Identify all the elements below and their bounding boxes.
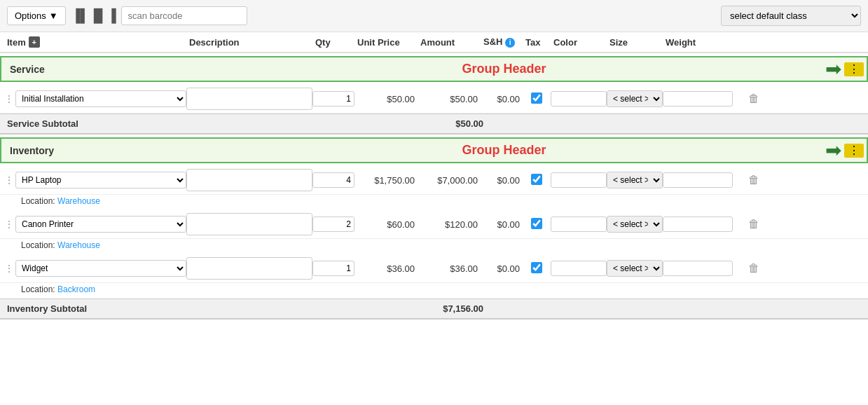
location-label: Location: bbox=[21, 284, 57, 294]
color-input-1-0[interactable] bbox=[551, 172, 607, 188]
group-header-inventory: Inventory Group Header ➡ ⋮ bbox=[0, 137, 868, 163]
size-select-0-0[interactable]: < select > bbox=[607, 90, 663, 107]
subtotal-price-spacer-service bbox=[357, 118, 420, 129]
qty-input-0-0[interactable] bbox=[312, 91, 354, 107]
weight-input-1-2[interactable] bbox=[663, 261, 733, 276]
subtotal-amount-inventory: $7,156.00 bbox=[420, 303, 483, 314]
weight-input-0-0[interactable] bbox=[663, 91, 733, 107]
item-dropdown-1-1[interactable]: Canon Printer bbox=[15, 216, 186, 233]
group-title-inventory: Group Header bbox=[184, 143, 825, 158]
drag-handle[interactable]: ⋮ bbox=[4, 93, 15, 104]
scan-barcode-input[interactable] bbox=[121, 6, 247, 25]
desc-textarea-1-2[interactable] bbox=[186, 257, 312, 280]
location-row-1-0: Location: Warehouse bbox=[0, 195, 868, 210]
desc-textarea-0-0[interactable] bbox=[186, 88, 312, 110]
location-link-1-2[interactable]: Backroom bbox=[57, 284, 95, 294]
group-title-service: Group Header bbox=[184, 62, 825, 76]
drag-handle[interactable]: ⋮ bbox=[4, 174, 15, 186]
tax-checkbox-1-0[interactable] bbox=[531, 174, 542, 185]
col-item: Item + bbox=[7, 36, 189, 48]
desc-textarea-1-0[interactable] bbox=[186, 169, 312, 191]
col-sh-label: S&H bbox=[483, 36, 502, 47]
item-select-1-1: Canon Printer bbox=[15, 216, 186, 233]
item-row-1-2: ⋮ Widget $36.00 $36.00 $0.00 < select > … bbox=[0, 254, 868, 283]
delete-item-button-1-2[interactable]: 🗑 bbox=[733, 262, 775, 275]
color-input-0-0[interactable] bbox=[551, 91, 607, 107]
location-link-1-0[interactable]: Warehouse bbox=[57, 196, 100, 206]
size-select-1-1[interactable]: < select > bbox=[607, 216, 663, 233]
subtotal-label-inventory: Inventory Subtotal bbox=[7, 303, 189, 314]
weight-input-1-1[interactable] bbox=[663, 217, 733, 232]
location-label: Location: bbox=[21, 240, 57, 250]
group-actions-inventory: ➡ ⋮ bbox=[825, 139, 867, 162]
select-default-class[interactable]: select default class bbox=[721, 6, 861, 26]
tax-checkbox-0-0[interactable] bbox=[531, 92, 542, 104]
col-tax: Tax bbox=[525, 37, 553, 48]
unit-price-1-0: $1,750.00 bbox=[354, 175, 418, 186]
sh-info-icon[interactable]: i bbox=[505, 38, 515, 48]
add-item-icon[interactable]: + bbox=[29, 36, 40, 48]
col-description: Description bbox=[189, 37, 315, 48]
item-dropdown-1-2[interactable]: Widget bbox=[15, 260, 186, 277]
subtotal-price-spacer-inventory bbox=[357, 303, 420, 314]
color-input-1-2[interactable] bbox=[551, 261, 607, 276]
subtotal-qty-spacer-service bbox=[315, 118, 357, 129]
col-color: Color bbox=[553, 37, 609, 48]
location-row-1-1: Location: Warehouse bbox=[0, 239, 868, 254]
delete-item-button-0-0[interactable]: 🗑 bbox=[733, 92, 775, 105]
sh-0-0: $0.00 bbox=[481, 94, 523, 104]
subtotal-qty-spacer-inventory bbox=[315, 303, 357, 314]
col-item-label: Item bbox=[7, 37, 26, 48]
weight-input-1-0[interactable] bbox=[663, 172, 733, 188]
tax-checkbox-1-1[interactable] bbox=[531, 218, 542, 229]
qty-input-1-0[interactable] bbox=[312, 172, 354, 188]
col-amount: Amount bbox=[420, 37, 483, 48]
tax-checkbox-cell-1-0 bbox=[523, 174, 551, 187]
unit-price-1-2: $36.00 bbox=[354, 263, 418, 274]
tax-checkbox-1-2[interactable] bbox=[531, 262, 542, 273]
item-dropdown-0-0[interactable]: Initial Installation bbox=[15, 90, 186, 107]
subtotal-spacer-inventory bbox=[189, 303, 315, 314]
item-select-1-2: Widget bbox=[15, 260, 186, 277]
sh-1-2: $0.00 bbox=[481, 263, 523, 274]
group-dots-button-service[interactable]: ⋮ bbox=[844, 62, 864, 76]
group-arrow-icon-service: ➡ bbox=[825, 57, 841, 81]
col-sh: S&H i bbox=[483, 36, 525, 48]
item-dropdown-1-0[interactable]: HP Laptop bbox=[15, 172, 186, 188]
desc-textarea-1-1[interactable] bbox=[186, 213, 312, 235]
options-button[interactable]: Options ▼ bbox=[7, 6, 66, 25]
group-label-inventory: Inventory bbox=[1, 139, 184, 162]
group-dots-button-inventory[interactable]: ⋮ bbox=[844, 144, 864, 158]
drag-handle[interactable]: ⋮ bbox=[4, 219, 15, 230]
unit-price-1-1: $60.00 bbox=[354, 219, 418, 230]
subtotal-row-inventory: Inventory Subtotal $7,156.00 bbox=[0, 298, 868, 320]
amount-1-0: $7,000.00 bbox=[418, 175, 481, 186]
item-row-1-1: ⋮ Canon Printer $60.00 $120.00 $0.00 < s… bbox=[0, 210, 868, 239]
sh-1-1: $0.00 bbox=[481, 219, 523, 230]
subtotal-label-service: Service Subtotal bbox=[7, 118, 189, 129]
subtotal-spacer-service bbox=[189, 118, 315, 129]
size-select-1-0[interactable]: < select > bbox=[607, 172, 663, 188]
color-input-1-1[interactable] bbox=[551, 217, 607, 232]
table-wrapper: Item + Description Qty Unit Price Amount… bbox=[0, 32, 868, 320]
location-link-1-1[interactable]: Warehouse bbox=[57, 240, 100, 250]
group-header-service: Service Group Header ➡ ⋮ bbox=[0, 56, 868, 82]
qty-input-1-1[interactable] bbox=[312, 217, 354, 232]
sh-1-0: $0.00 bbox=[481, 175, 523, 186]
delete-item-button-1-1[interactable]: 🗑 bbox=[733, 218, 775, 231]
dropdown-caret-icon: ▼ bbox=[49, 11, 58, 21]
tax-checkbox-cell-1-1 bbox=[523, 218, 551, 231]
item-row-1-0: ⋮ HP Laptop $1,750.00 $7,000.00 $0.00 < … bbox=[0, 166, 868, 195]
size-select-1-2[interactable]: < select > bbox=[607, 260, 663, 277]
col-unit-price: Unit Price bbox=[357, 37, 420, 48]
col-weight: Weight bbox=[666, 37, 736, 48]
group-arrow-icon-inventory: ➡ bbox=[825, 139, 841, 162]
qty-input-1-2[interactable] bbox=[312, 261, 354, 276]
item-select-1-0: HP Laptop bbox=[15, 172, 186, 188]
amount-1-2: $36.00 bbox=[418, 263, 481, 274]
delete-item-button-1-0[interactable]: 🗑 bbox=[733, 174, 775, 186]
group-actions-service: ➡ ⋮ bbox=[825, 57, 867, 81]
drag-handle[interactable]: ⋮ bbox=[4, 263, 15, 274]
column-headers: Item + Description Qty Unit Price Amount… bbox=[0, 32, 868, 53]
item-select-0-0: Initial Installation bbox=[15, 90, 186, 107]
